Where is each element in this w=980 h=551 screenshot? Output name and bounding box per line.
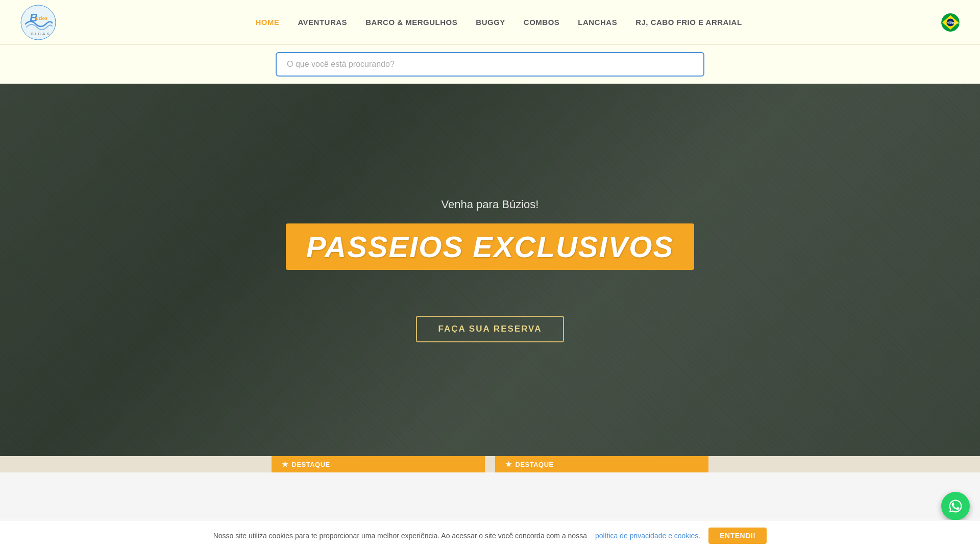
nav-item-combos[interactable]: COMBOS [524,18,560,27]
svg-text:ORDEM E PROGRESSO: ORDEM E PROGRESSO [948,22,960,24]
hero-content: Venha para Búzios! PASSEIOS EXCLUSIVOS F… [286,198,694,342]
star-icon-1: ★ [282,460,289,468]
cookie-accept-button[interactable]: ENTENDI! [708,528,767,544]
featured-card-1: ★ DESTAQUE [272,456,485,472]
search-input[interactable] [276,52,704,77]
nav-item-lanchas[interactable]: LANCHAS [578,18,617,27]
site-logo: B uzios DICAS [20,5,56,40]
nav-item-buggy[interactable]: BUGGY [476,18,505,27]
hero-section: Venha para Búzios! PASSEIOS EXCLUSIVOS F… [0,84,980,456]
reserve-button[interactable]: FAÇA SUA RESERVA [416,316,565,342]
whatsapp-icon [948,498,963,514]
main-nav: HOMEAVENTURASBARCO & MERGULHOSBUGGYCOMBO… [255,18,742,27]
cookie-policy-link[interactable]: política de privacidade e cookies. [595,532,700,540]
star-icon-2: ★ [505,460,512,468]
nav-item-home[interactable]: HOME [255,18,279,27]
featured-card-2: ★ DESTAQUE [495,456,708,472]
hero-subtitle: Venha para Búzios! [442,198,539,211]
logo-area[interactable]: B uzios DICAS [20,5,56,40]
search-bar-container [0,45,980,84]
language-flag[interactable]: ORDEM E PROGRESSO [941,13,960,32]
chat-support-button[interactable] [941,492,970,520]
cookie-message: Nosso site utiliza cookies para te propo… [213,532,587,540]
nav-item-rj[interactable]: RJ, CABO FRIO E ARRAIAL [635,18,742,27]
card-badge-1: ★ DESTAQUE [272,456,485,472]
nav-item-aventuras[interactable]: AVENTURAS [298,18,347,27]
hero-title: PASSEIOS EXCLUSIVOS [286,223,694,270]
card-badge-label-1: DESTAQUE [292,461,330,468]
nav-item-barco[interactable]: BARCO & MERGULHOS [365,18,457,27]
site-header: B uzios DICAS HOMEAVENTURASBARCO & MERGU… [0,0,980,45]
featured-cards-section: ★ DESTAQUE ★ DESTAQUE [0,456,980,472]
card-badge-2: ★ DESTAQUE [495,456,708,472]
svg-text:uzios: uzios [36,16,47,21]
svg-text:DICAS: DICAS [31,32,51,36]
cookie-banner: Nosso site utiliza cookies para te propo… [0,520,980,551]
card-badge-label-2: DESTAQUE [516,461,554,468]
